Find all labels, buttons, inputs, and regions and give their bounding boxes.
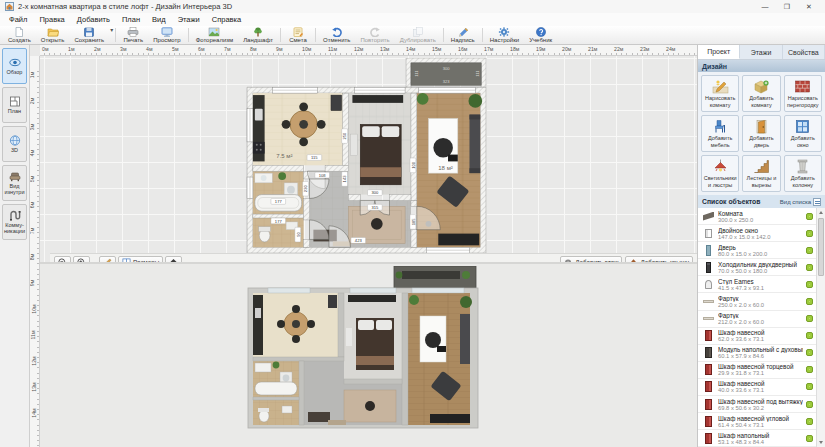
menu-item[interactable]: Справка	[206, 13, 247, 26]
visibility-badge-icon[interactable]	[806, 264, 813, 271]
add-column-button[interactable]: Добавить колонну	[784, 155, 822, 192]
visibility-badge-icon[interactable]	[806, 366, 813, 373]
save-button[interactable]: Сохранить	[69, 26, 109, 44]
visibility-badge-icon[interactable]	[806, 332, 813, 339]
menu-item[interactable]: Файл	[3, 13, 33, 26]
sidebar-item-inside-view[interactable]: Вид изнутри	[2, 165, 27, 201]
pen-icon	[457, 27, 469, 37]
estimate-button[interactable]: Смета	[283, 26, 313, 44]
tab-properties[interactable]: Свойства	[783, 45, 825, 59]
plan-icon	[9, 96, 21, 107]
add-room-button[interactable]: Добавить комнату	[742, 75, 780, 112]
menu-item[interactable]: Добавить	[71, 13, 116, 26]
draw-room-icon	[712, 79, 729, 94]
visibility-badge-icon[interactable]	[806, 383, 813, 390]
svg-text:177: 177	[275, 219, 283, 224]
minimize-icon[interactable]: —	[754, 0, 776, 13]
sidebar-item-plan[interactable]: План	[2, 87, 27, 123]
print-button[interactable]: Печать	[118, 26, 148, 44]
list-view-toggle[interactable]: Вид списка	[780, 198, 821, 206]
object-list-item[interactable]: Комната 300.0 x 250.0	[698, 208, 816, 225]
menu-item[interactable]: Правка	[33, 13, 70, 26]
settings-button[interactable]: Настройки	[485, 26, 524, 44]
object-list-item[interactable]: Шкаф навесной угловой 61.4 x 50.4 x 73.1	[698, 413, 816, 430]
object-name: Фартук	[718, 295, 803, 302]
visibility-badge-icon[interactable]	[806, 230, 813, 237]
object-list-item[interactable]: Стул Eames 41.5 x 47.3 x 93.1	[698, 276, 816, 293]
visibility-badge-icon[interactable]	[806, 401, 813, 408]
object-list-item[interactable]: Шкаф навесной торцевой 29.9 x 31.8 x 73.…	[698, 362, 816, 379]
lights-button[interactable]: Светильники и люстры	[701, 155, 739, 192]
door-icon	[753, 119, 770, 134]
save-dropdown-caret[interactable]: ▾	[110, 26, 113, 44]
draw-room-button[interactable]: Нарисовать комнату	[701, 75, 739, 112]
tab-floors[interactable]: Этажи	[740, 45, 782, 59]
add-window-button[interactable]: Добавить окно	[784, 115, 822, 152]
dim-balcony-right: 111	[475, 70, 480, 77]
floor-plan-3d[interactable]	[244, 266, 482, 430]
object-list-item[interactable]: Холодильник двухдверный 70.0 x 50.0 x 18…	[698, 259, 816, 276]
scroll-up-icon[interactable]	[817, 208, 825, 217]
h-ruler-label: 14м	[406, 46, 415, 52]
visibility-badge-icon[interactable]	[806, 315, 813, 322]
draw-partition-button[interactable]: Нарисовать перегородку	[784, 75, 822, 112]
open-button[interactable]: Открыть	[36, 26, 70, 44]
svg-text:100: 100	[411, 161, 416, 169]
object-list-item[interactable]: Фартук 250.0 x 2.0 x 60.0	[698, 293, 816, 310]
object-list-item[interactable]: Дверь 80.0 x 15.0 x 200.0	[698, 242, 816, 259]
menu-item[interactable]: Вид	[146, 13, 172, 26]
sidebar-item-communications[interactable]: Комму- никации	[2, 204, 27, 240]
sidebar-item-overview[interactable]: Обзор	[2, 48, 27, 84]
maximize-icon[interactable]: ❐	[776, 0, 798, 13]
plan-2d-view[interactable]: 300 111 111 323	[40, 56, 697, 262]
object-list-item[interactable]: Фартук 212.0 x 2.0 x 60.0	[698, 311, 816, 328]
sidebar-item-3d[interactable]: 3D	[2, 126, 27, 162]
photorealism-button[interactable]: Фотореализм	[191, 26, 239, 44]
add-door-button[interactable]: Добавить дверь	[742, 115, 780, 152]
stairs-button[interactable]: Лестницы и вырезы	[742, 155, 780, 192]
object-list-item[interactable]: Шкаф напольный 53.1 x 48.3 x 84.4	[698, 430, 816, 447]
h-ruler-label: 24м	[666, 46, 675, 52]
menu-item[interactable]: План	[116, 13, 146, 26]
floor-plan-2d[interactable]: 300 111 111 323	[244, 58, 494, 258]
preview-button[interactable]: Просмотр	[148, 26, 185, 44]
visibility-badge-icon[interactable]	[806, 349, 813, 356]
label-button[interactable]: Надпись	[446, 26, 480, 44]
visibility-badge-icon[interactable]	[806, 435, 813, 442]
undo-button[interactable]: Отменить	[318, 26, 355, 44]
landscape-button[interactable]: Ландшафт	[238, 26, 278, 44]
v-ruler-label: 2м	[30, 98, 35, 104]
column-icon	[794, 159, 811, 174]
h-ruler-label: 0м	[42, 46, 48, 52]
render-3d-view[interactable]: Убрать стены Вид изнутри	[40, 262, 697, 447]
object-list-item[interactable]: Модуль напольный с духовым ... 60.1 x 57…	[698, 345, 816, 362]
add-furniture-button[interactable]: Добавить мебель	[701, 115, 739, 152]
printer-icon	[127, 27, 139, 37]
visibility-badge-icon[interactable]	[806, 418, 813, 425]
scroll-down-icon[interactable]	[817, 438, 825, 447]
object-list-item[interactable]: Шкаф навесной под вытяжку 69.8 x 50.6 x …	[698, 396, 816, 413]
window-icon	[794, 119, 811, 134]
tab-project[interactable]: Проект	[698, 45, 740, 59]
close-icon[interactable]: ✕	[798, 0, 820, 13]
menu-item[interactable]: Этажи	[172, 13, 206, 26]
svg-text:300: 300	[371, 190, 379, 195]
object-list-item[interactable]: Двойное окно 147.0 x 15.0 x 142.0	[698, 225, 816, 242]
app-icon	[5, 2, 14, 11]
object-list-item[interactable]: Шкаф навесной 40.0 x 33.6 x 73.1	[698, 379, 816, 396]
visibility-badge-icon[interactable]	[806, 213, 813, 220]
h-ruler-label: 9м	[276, 46, 282, 52]
toolbar-separator	[315, 28, 316, 42]
objects-title: Список объектов	[702, 198, 760, 205]
object-dimensions: 62.0 x 33.6 x 73.1	[718, 336, 803, 342]
object-dimensions: 300.0 x 250.0	[718, 217, 803, 223]
visibility-badge-icon[interactable]	[806, 281, 813, 288]
object-list-scrollbar[interactable]	[816, 208, 825, 447]
tutorial-button[interactable]: Учебник	[524, 26, 557, 44]
object-list-item[interactable]: Шкаф навесной 62.0 x 33.6 x 73.1	[698, 328, 816, 345]
scroll-thumb[interactable]	[818, 218, 824, 276]
visibility-badge-icon[interactable]	[806, 298, 813, 305]
visibility-badge-icon[interactable]	[806, 247, 813, 254]
new-button[interactable]: Создать	[3, 26, 36, 44]
object-list: Комната 300.0 x 250.0 Двойное окно 147.0…	[698, 208, 816, 447]
